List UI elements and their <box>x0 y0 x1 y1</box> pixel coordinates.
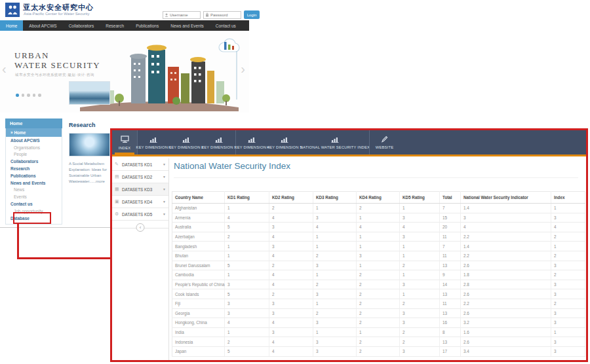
value-cell: 11 <box>440 299 461 308</box>
bar-chart-icon <box>281 136 289 143</box>
sidebar-item[interactable]: » Home <box>6 128 62 137</box>
value-cell: 5 <box>225 261 269 270</box>
country-cell: Australia <box>172 223 225 232</box>
sidebar-item[interactable]: News and Events <box>6 179 62 187</box>
research-photo-2[interactable] <box>69 81 110 105</box>
value-cell: 4 <box>269 280 313 289</box>
research-excerpt[interactable]: A Social MetabolismExplanation: Ideas fo… <box>69 161 112 185</box>
toolbar-item[interactable]: INDEX <box>112 130 137 155</box>
grid-icon: ▦ <box>115 187 120 192</box>
toolbar-item[interactable]: KEY DIMENSION 2 <box>170 130 203 155</box>
country-cell: Cook Islands <box>172 289 225 299</box>
sidebar-item[interactable]: News <box>6 187 62 194</box>
dataset-rail-item[interactable]: ▦ DATASETS KD3 ▼ <box>112 183 168 196</box>
value-cell: 2.2 <box>461 232 551 242</box>
column-header: KD5 Rating <box>400 192 440 204</box>
carousel-dot[interactable] <box>16 94 19 97</box>
value-cell: 2.8 <box>461 280 551 289</box>
column-header: KD2 Rating <box>269 192 313 204</box>
value-cell: 2.2 <box>461 251 551 261</box>
dataset-rail-item[interactable]: ✎ DATASETS KD1 ▼ <box>112 158 168 171</box>
excerpt-line: A Social Metabolism <box>69 161 112 167</box>
value-cell: 3 <box>400 346 440 356</box>
research-column: Research A Social MetabolismExplanation:… <box>69 122 112 185</box>
value-cell: 2 <box>225 232 269 242</box>
toolbar-item[interactable]: KEY DIMENSION 5 <box>268 130 301 155</box>
login-bar: Login <box>163 10 260 19</box>
value-cell: 3 <box>313 318 357 328</box>
value-cell: 3 <box>269 242 313 251</box>
password-field[interactable] <box>203 11 241 19</box>
sidebar-item[interactable]: Organisations <box>6 144 62 151</box>
chevron-down-icon: ▼ <box>163 175 166 179</box>
sidebar-item[interactable]: Events <box>6 193 62 200</box>
value-cell: 1 <box>357 327 400 337</box>
table-row: Bhutan14231112.22 <box>172 251 585 261</box>
table-row: Japan54323173.43 <box>172 346 585 356</box>
collapse-button[interactable]: ‹ <box>136 223 145 232</box>
value-cell: 1 <box>225 251 269 261</box>
value-cell: 3 <box>551 308 585 318</box>
carousel-dot[interactable] <box>22 94 25 97</box>
sidebar-item[interactable]: Collaborators <box>6 158 62 165</box>
monitor-icon <box>121 136 129 144</box>
nav-item[interactable]: News and Events <box>165 20 210 31</box>
toolbar-item[interactable]: KEY DIMENSION 4 <box>235 130 268 155</box>
table-row: Georgia33223132.63 <box>172 308 585 318</box>
carousel-dot[interactable] <box>33 94 36 97</box>
value-cell: 7 <box>440 204 461 213</box>
sidebar-item[interactable]: Contact us <box>6 200 62 208</box>
carousel-dot[interactable] <box>38 94 41 97</box>
toolbar-item[interactable]: WEBSITE <box>369 130 399 155</box>
carousel-next-arrow[interactable]: › <box>241 62 245 75</box>
value-cell: 3 <box>400 308 440 318</box>
research-photo-1[interactable] <box>69 133 110 156</box>
toolbar-item[interactable]: KEY DIMENSION 3 <box>203 130 235 155</box>
dataset-rail-item[interactable]: ▤ DATASETS KD2 ▼ <box>112 171 168 183</box>
value-cell: 1 <box>400 242 440 251</box>
value-cell: 3 <box>551 346 585 356</box>
value-cell: 2.2 <box>461 299 551 308</box>
sidebar-item[interactable]: About APCWS <box>6 137 62 144</box>
dataset-rail-item[interactable]: ▣ DATASETS KD4 ▼ <box>112 196 168 208</box>
password-input[interactable] <box>210 13 241 17</box>
sidebar-item[interactable]: Research <box>6 165 62 172</box>
dataset-rail-item[interactable]: ⚙ DATASETS KD5 ▼ <box>112 208 168 221</box>
sidebar-item[interactable]: People <box>6 151 62 158</box>
value-cell: 1 <box>551 327 585 337</box>
value-cell: 3 <box>269 308 313 318</box>
carousel-prev-arrow[interactable]: ‹ <box>2 62 7 75</box>
nav-item[interactable]: Research <box>100 20 130 31</box>
value-cell: 3 <box>357 251 400 261</box>
carousel-dot[interactable] <box>27 94 30 97</box>
nav-item[interactable]: Contact us <box>210 20 242 31</box>
table-row: Cambodia1412191.82 <box>172 270 585 280</box>
value-cell: 3 <box>269 299 313 308</box>
value-cell: 3 <box>551 280 585 289</box>
nav-item[interactable]: Publications <box>130 20 165 31</box>
value-cell: 2 <box>357 318 400 328</box>
sidebar-item[interactable]: Publications <box>6 172 62 179</box>
username-input[interactable] <box>170 13 200 17</box>
login-button[interactable]: Login <box>244 10 260 19</box>
gear-icon: ⚙ <box>115 211 120 217</box>
nav-item[interactable]: About APCWS <box>23 20 62 31</box>
value-cell: 1 <box>313 204 357 213</box>
value-cell: 2 <box>400 337 440 347</box>
bar-chart-icon <box>215 136 224 143</box>
value-cell: 13 <box>440 308 461 318</box>
value-cell: 1 <box>313 270 357 280</box>
value-cell: 4 <box>269 337 313 347</box>
value-cell: 1 <box>357 232 400 242</box>
nav-item[interactable]: Collaborators <box>63 20 100 31</box>
value-cell: 3 <box>313 289 357 299</box>
toolbar-item[interactable]: NATIONAL WATER SECURITY INDEX <box>301 130 369 155</box>
value-cell: 1 <box>551 242 585 251</box>
toolbar-item[interactable]: KEY DIMENSION 1 <box>137 130 170 155</box>
username-field[interactable] <box>163 11 201 19</box>
value-cell: 3 <box>225 308 269 318</box>
table-row: India1311281.61 <box>172 327 585 337</box>
value-cell: 9 <box>440 270 461 280</box>
nav-item[interactable]: Home <box>0 20 23 31</box>
value-cell: 2 <box>357 337 400 347</box>
